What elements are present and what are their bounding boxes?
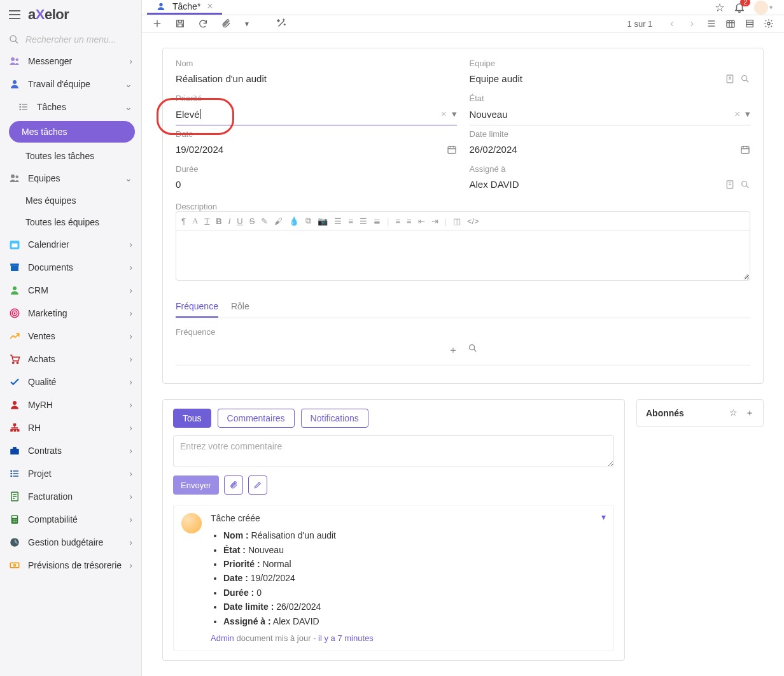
clear-icon[interactable]: × xyxy=(441,108,447,120)
chevron-down-icon[interactable]: ▾ xyxy=(452,108,457,120)
description-editor[interactable]: ◢ xyxy=(176,230,750,281)
code-icon[interactable]: </> xyxy=(467,216,479,226)
card-view-icon[interactable] xyxy=(745,18,755,29)
sidebar-item-previsions-tresorerie[interactable]: Prévisions de trésorerie › xyxy=(0,554,141,577)
user-avatar[interactable]: ▾ xyxy=(754,1,773,15)
menu-search-input[interactable] xyxy=(25,34,132,45)
sidebar-item-myrh[interactable]: MyRH › xyxy=(0,393,141,416)
dropdown-icon[interactable]: ▼ xyxy=(244,20,250,27)
sidebar-item-calendrier[interactable]: Calendrier › xyxy=(0,233,141,256)
sidebar-item-toutes-equipes[interactable]: Toutes les équipes xyxy=(0,211,141,233)
sidebar-item-gestion-budgetaire[interactable]: Gestion budgétaire › xyxy=(0,531,141,554)
comment-tab-comments[interactable]: Commentaires xyxy=(218,409,295,428)
sidebar-item-documents[interactable]: Documents › xyxy=(0,256,141,279)
calendar-icon[interactable] xyxy=(740,144,750,155)
subtab-frequence[interactable]: Fréquence xyxy=(176,296,218,318)
italic-icon[interactable]: I xyxy=(228,216,231,226)
sidebar-item-contrats[interactable]: Contrats › xyxy=(0,439,141,462)
add-icon[interactable]: ＋ xyxy=(745,407,754,419)
list-ol-icon[interactable]: ≡ xyxy=(395,216,400,226)
image-icon[interactable]: 📷 xyxy=(318,216,328,226)
field-priorite[interactable]: Elevé ×▾ xyxy=(176,106,457,125)
chevron-down-icon[interactable]: ▾ xyxy=(745,108,750,120)
search-icon[interactable] xyxy=(740,74,750,84)
field-nom[interactable]: Réalisation d'un audit xyxy=(176,71,457,90)
log-user[interactable]: Admin xyxy=(211,633,234,643)
sidebar-item-facturation[interactable]: Facturation › xyxy=(0,485,141,508)
wand-icon[interactable] xyxy=(276,18,287,29)
calendar-icon[interactable] xyxy=(447,144,457,155)
outdent-icon[interactable]: ⇤ xyxy=(418,216,425,226)
sidebar-item-achats[interactable]: Achats › xyxy=(0,348,141,370)
sidebar-item-travail-equipe[interactable]: Travail d'équipe ⌄ xyxy=(0,73,141,95)
clear-icon[interactable]: × xyxy=(734,108,740,120)
field-equipe[interactable]: Equipe audit xyxy=(470,71,751,90)
fontsize-icon[interactable]: T xyxy=(204,216,209,226)
highlight-icon[interactable]: ✎ xyxy=(261,216,268,226)
sidebar-item-mes-equipes[interactable]: Mes équipes xyxy=(0,190,141,211)
field-date-limite[interactable]: 26/02/2024 xyxy=(470,141,751,160)
align-right-icon[interactable]: ☰ xyxy=(360,216,367,226)
tab-tache[interactable]: Tâche* × xyxy=(147,0,222,15)
notifications-icon[interactable]: 2 xyxy=(734,2,745,13)
sidebar-item-marketing[interactable]: Marketing › xyxy=(0,302,141,325)
star-icon[interactable]: ☆ xyxy=(729,407,738,419)
search-icon[interactable] xyxy=(468,344,478,355)
sidebar-item-equipes[interactable]: Equipes ⌄ xyxy=(0,167,141,190)
add-icon[interactable]: ＋ xyxy=(448,344,458,355)
underline-icon[interactable]: U xyxy=(237,216,242,226)
sidebar-item-toutes-taches[interactable]: Toutes les tâches xyxy=(0,145,141,167)
add-icon[interactable] xyxy=(152,18,162,29)
align-justify-icon[interactable]: ≣ xyxy=(374,216,381,226)
log-menu-icon[interactable]: ▾ xyxy=(601,512,606,522)
field-date[interactable]: 19/02/2024 xyxy=(176,141,457,160)
subtab-role[interactable]: Rôle xyxy=(231,296,249,318)
list-view-icon[interactable] xyxy=(706,18,717,29)
send-button[interactable]: Envoyer xyxy=(173,475,219,495)
link-icon[interactable]: ⧉ xyxy=(305,216,311,226)
prev-icon[interactable]: ‹ xyxy=(666,18,677,29)
search-icon[interactable] xyxy=(740,180,750,190)
resize-handle[interactable]: ◢ xyxy=(743,272,748,279)
sidebar-item-taches[interactable]: Tâches ⌄ xyxy=(0,95,141,118)
sidebar-item-crm[interactable]: CRM › xyxy=(0,279,141,302)
open-record-icon[interactable] xyxy=(725,74,735,84)
attach-icon[interactable] xyxy=(221,18,231,29)
comment-tab-notifications[interactable]: Notifications xyxy=(301,409,368,428)
indent-icon[interactable]: ⇥ xyxy=(431,216,438,226)
field-duree[interactable]: 0 xyxy=(176,176,457,195)
align-left-icon[interactable]: ☰ xyxy=(334,216,342,226)
settings-icon[interactable] xyxy=(764,18,774,29)
sidebar-item-projet[interactable]: Projet › xyxy=(0,462,141,485)
edit-button[interactable] xyxy=(248,475,267,495)
comment-tab-all[interactable]: Tous xyxy=(173,409,211,428)
align-center-icon[interactable]: ≡ xyxy=(348,216,353,226)
sidebar-item-comptabilite[interactable]: Comptabilité › xyxy=(0,508,141,531)
pilcrow-icon[interactable]: ¶ xyxy=(181,216,186,226)
strike-icon[interactable]: S xyxy=(249,216,255,226)
open-record-icon[interactable] xyxy=(725,180,735,190)
eraser-icon[interactable]: ◫ xyxy=(453,216,461,226)
drop-icon[interactable]: 💧 xyxy=(289,216,299,226)
sidebar-item-rh[interactable]: RH › xyxy=(0,416,141,439)
hamburger-icon[interactable] xyxy=(9,10,20,19)
sidebar-item-qualite[interactable]: Qualité › xyxy=(0,370,141,393)
sidebar-item-ventes[interactable]: Ventes › xyxy=(0,325,141,348)
refresh-icon[interactable] xyxy=(198,18,208,29)
comment-input[interactable] xyxy=(173,435,614,467)
font-icon[interactable]: A xyxy=(192,216,198,226)
brush-icon[interactable]: 🖌 xyxy=(274,216,283,226)
field-etat[interactable]: Nouveau ×▾ xyxy=(470,106,751,125)
save-icon[interactable] xyxy=(175,18,185,29)
bold-icon[interactable]: B xyxy=(216,216,221,226)
list-ul-icon[interactable]: ≡ xyxy=(407,216,412,226)
field-assigne[interactable]: Alex DAVID xyxy=(470,176,751,195)
search-icon[interactable] xyxy=(9,34,19,45)
sidebar-item-messenger[interactable]: Messenger › xyxy=(0,50,141,73)
close-icon[interactable]: × xyxy=(207,1,213,12)
calendar-view-icon[interactable] xyxy=(725,18,736,29)
next-icon[interactable]: › xyxy=(687,18,697,29)
sidebar-item-mes-taches[interactable]: Mes tâches xyxy=(9,121,135,143)
attach-button[interactable] xyxy=(224,475,243,495)
star-icon[interactable]: ☆ xyxy=(715,1,725,15)
